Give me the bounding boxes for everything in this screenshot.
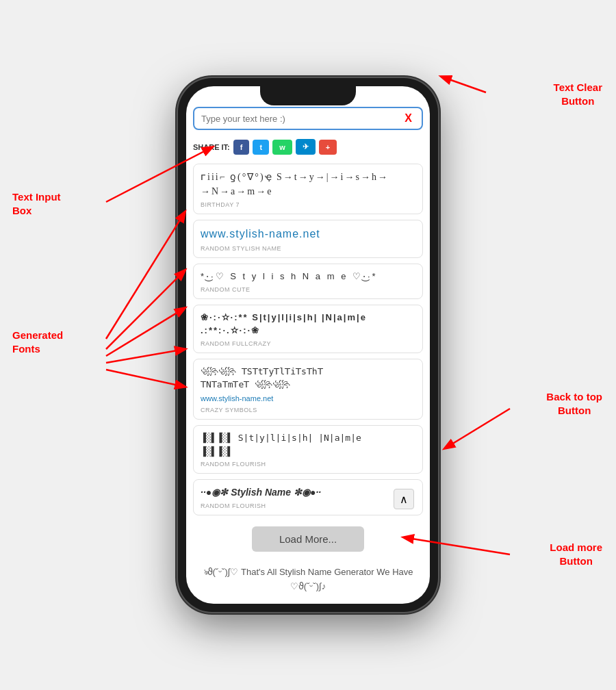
facebook-share-button[interactable]: f xyxy=(233,140,250,155)
clear-button[interactable]: X xyxy=(402,112,415,125)
annotation-back-to-top: Back to topButton xyxy=(546,390,602,417)
svg-line-2 xyxy=(441,77,486,92)
font-text-birthday7: ᴦiii⌐ ƍ(°∇°)ҿ S→t→y→|→i→s→h→→N→a→m→e xyxy=(201,170,415,199)
font-card-random-stylish[interactable]: www.stylish-name.net RANDOM STYLISH NAME xyxy=(193,220,423,258)
font-card-random-fullcrazy[interactable]: ❀·:·✫·:** S|t|y|l|i|s|h| |N|a|m|e.:**:·.… xyxy=(193,305,423,353)
svg-line-4 xyxy=(106,270,185,349)
font-label-random-flourish1: RANDOM FLOURISH xyxy=(201,461,415,468)
svg-line-5 xyxy=(106,308,185,356)
share-label: SHARE IT: xyxy=(193,143,230,151)
screen-content: X SHARE IT: f t w ✈ + ᴦiii⌐ ƍ(°∇°)ҿ S→t→… xyxy=(186,86,430,604)
font-card-random-cute[interactable]: *·͜·♡ S t y l i s h N a m e ♡·͜·* RANDOM… xyxy=(193,264,423,299)
svg-line-3 xyxy=(106,212,185,339)
font-card-crazy-symbols[interactable]: ꧁꧂꧁꧂ ꓔSꓔtꓔyꓔlꓔiꓔsꓔhꓔꓔNꓔaꓔmꓔeꓔ ꧁꧂꧁꧂ www.s… xyxy=(193,359,423,420)
font-text-crazy-symbols: ꧁꧂꧁꧂ ꓔSꓔtꓔyꓔlꓔiꓔsꓔhꓔꓔNꓔaꓔmꓔeꓔ ꧁꧂꧁꧂ xyxy=(201,365,415,392)
annotation-load-more: Load moreButton xyxy=(550,541,602,567)
font-label-random-fullcrazy: RANDOM FULLCRAZY xyxy=(201,340,415,347)
font-card-random-flourish1[interactable]: ▐░▌▐░▌ S|t|y|l|i|s|h| |N|a|m|e▐░▌▐░▌ RAN… xyxy=(193,425,423,474)
page-wrapper: X SHARE IT: f t w ✈ + ᴦiii⌐ ƍ(°∇°)ҿ S→t→… xyxy=(0,0,616,690)
svg-line-7 xyxy=(106,370,185,387)
text-input-field[interactable] xyxy=(201,114,402,124)
font-label-crazy-symbols: CRAZY SYMBOLS xyxy=(201,407,415,413)
font-text-random-fullcrazy: ❀·:·✫·:** S|t|y|l|i|s|h| |N|a|m|e.:**:·.… xyxy=(201,311,415,337)
font-label-birthday7: BIRTHDAY 7 xyxy=(201,201,415,208)
svg-line-8 xyxy=(445,409,510,448)
font-card-random-flourish2[interactable]: ··●◉✼ Stylish Name ✼◉●·· RANDOM FLOURISH… xyxy=(193,479,423,515)
footer-text: ঌϑ(˘ᵕ˘)∫♡ That's All Stylish Name Genera… xyxy=(193,560,423,600)
phone-screen: X SHARE IT: f t w ✈ + ᴦiii⌐ ƍ(°∇°)ҿ S→t→… xyxy=(186,86,430,604)
font-label-random-cute: RANDOM CUTE xyxy=(201,286,415,293)
phone-shell: X SHARE IT: f t w ✈ + ᴦiii⌐ ƍ(°∇°)ҿ S→t→… xyxy=(178,78,438,612)
notch xyxy=(260,86,356,105)
font-watermark-crazy: www.stylish-name.net xyxy=(201,393,415,405)
annotation-text-input: Text InputBox xyxy=(12,190,61,217)
back-to-top-button[interactable]: ∧ xyxy=(394,489,414,509)
annotation-generated-fonts: GeneratedFonts xyxy=(12,329,63,355)
telegram-share-button[interactable]: ✈ xyxy=(296,139,316,155)
font-text-random-stylish: www.stylish-name.net xyxy=(201,226,415,242)
twitter-share-button[interactable]: t xyxy=(253,140,269,155)
annotation-text-clear: Text ClearButton xyxy=(554,81,602,107)
svg-line-6 xyxy=(106,349,185,363)
font-text-random-flourish2: ··●◉✼ Stylish Name ✼◉●·· xyxy=(201,485,415,500)
font-label-random-stylish: RANDOM STYLISH NAME xyxy=(201,245,415,252)
font-text-random-flourish1: ▐░▌▐░▌ S|t|y|l|i|s|h| |N|a|m|e▐░▌▐░▌ xyxy=(201,431,415,458)
whatsapp-share-button[interactable]: w xyxy=(272,140,292,155)
share-bar: SHARE IT: f t w ✈ + xyxy=(193,136,423,158)
font-text-random-cute: *·͜·♡ S t y l i s h N a m e ♡·͜·* xyxy=(201,270,415,283)
font-card-birthday7[interactable]: ᴦiii⌐ ƍ(°∇°)ҿ S→t→y→|→i→s→h→→N→a→m→e BIR… xyxy=(193,164,423,214)
load-more-button[interactable]: Load More... xyxy=(252,526,364,552)
text-input-area: X xyxy=(193,107,423,130)
font-label-random-flourish2: RANDOM FLOURISH xyxy=(201,502,415,509)
more-share-button[interactable]: + xyxy=(319,140,337,155)
